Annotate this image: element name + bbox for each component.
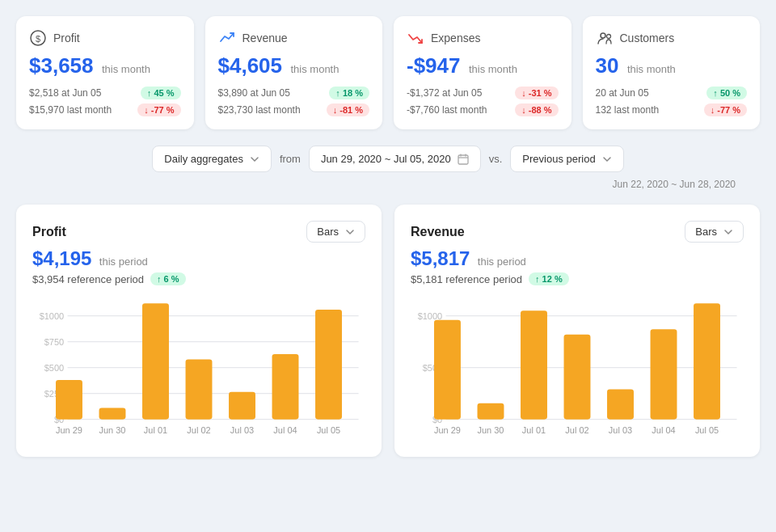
svg-text:Jun 29: Jun 29	[56, 425, 82, 435]
chart-main-label: this period	[99, 255, 148, 268]
svg-rect-16	[99, 408, 126, 420]
chart-type-label: Bars	[317, 226, 339, 238]
card-revenue: Revenue $4,605 this month $3,890 at Jun …	[205, 16, 383, 129]
bar-chart-revenue-chart: $1000$500$0 Jun 29Jun 30Jul 01Jul 02Jul …	[411, 295, 744, 441]
chevron-down-icon	[250, 154, 259, 164]
chart-ref-row: $5,181 reference period ↑ 12 %	[411, 272, 744, 285]
period-label: Previous period	[522, 153, 595, 165]
card-header-profit: $ Profit	[29, 29, 181, 47]
card-header-expenses: Expenses	[407, 29, 559, 47]
chart-ref-value: $5,181 reference period	[411, 273, 522, 285]
svg-rect-15	[56, 380, 82, 420]
svg-text:Jul 03: Jul 03	[230, 425, 254, 435]
svg-text:$750: $750	[44, 337, 64, 347]
card-customers: Customers 30 this month 20 at Jun 05 ↑ 5…	[583, 16, 761, 129]
chart-header-profit-chart: Profit Bars	[32, 221, 365, 243]
svg-text:Jul 03: Jul 03	[609, 425, 632, 435]
card-profit: $ Profit $3,658 this month $2,518 at Jun…	[16, 16, 194, 129]
card-row: $3,890 at Jun 05 ↑ 18 %	[218, 87, 370, 99]
badge: ↑ 18 %	[329, 87, 369, 99]
expenses-icon	[407, 29, 424, 47]
chart-main-value-revenue-chart: $5,817	[411, 247, 470, 269]
period-select[interactable]: Previous period	[510, 146, 623, 172]
charts-section: Profit Bars $4,195 this period $3,954 re…	[16, 205, 760, 457]
card-main-label-customers: this month	[627, 63, 676, 75]
svg-rect-35	[434, 320, 461, 420]
svg-text:Jun 30: Jun 30	[478, 425, 504, 435]
card-main-label-profit: this month	[102, 63, 150, 75]
svg-rect-36	[478, 403, 504, 420]
svg-rect-19	[229, 392, 255, 420]
chart-card-profit-chart: Profit Bars $4,195 this period $3,954 re…	[16, 205, 382, 457]
svg-rect-40	[651, 329, 677, 419]
chart-type-select-revenue-chart[interactable]: Bars	[685, 221, 744, 243]
calendar-icon	[458, 154, 469, 165]
card-row: $15,970 last month ↓ -77 %	[29, 103, 181, 116]
chart-main-value-profit-chart: $4,195	[32, 247, 91, 269]
card-value-profit: $3,658	[29, 53, 94, 78]
card-main-profit: $3,658 this month	[29, 53, 181, 78]
svg-text:Jul 01: Jul 01	[522, 425, 546, 435]
aggregate-label: Daily aggregates	[164, 153, 243, 165]
card-rows-expenses: -$1,372 at Jun 05 ↓ -31 % -$7,760 last m…	[407, 87, 559, 116]
svg-rect-21	[315, 310, 342, 420]
aggregate-select[interactable]: Daily aggregates	[152, 146, 272, 172]
svg-point-2	[601, 33, 605, 38]
svg-text:Jul 04: Jul 04	[273, 425, 297, 435]
card-main-customers: 30 this month	[596, 53, 748, 78]
svg-rect-39	[607, 390, 634, 420]
date-range-value: Jun 29, 2020 ~ Jul 05, 2020	[321, 153, 451, 165]
svg-text:$: $	[36, 34, 40, 44]
card-rows-profit: $2,518 at Jun 05 ↑ 45 % $15,970 last mon…	[29, 87, 181, 116]
svg-rect-41	[694, 303, 720, 419]
chart-type-select-profit-chart[interactable]: Bars	[306, 221, 365, 243]
chart-title-revenue-chart: Revenue	[411, 225, 465, 239]
chart-title-profit-chart: Profit	[32, 225, 66, 239]
card-value-expenses: -$947	[407, 53, 461, 78]
svg-rect-17	[142, 303, 169, 419]
svg-rect-38	[564, 335, 591, 420]
svg-text:Jun 30: Jun 30	[99, 425, 126, 435]
card-row: 20 at Jun 05 ↑ 50 %	[596, 87, 748, 99]
revenue-icon	[218, 29, 236, 47]
card-row: $2,518 at Jun 05 ↑ 45 %	[29, 87, 181, 99]
card-main-label-expenses: this month	[469, 63, 517, 75]
date-range-picker[interactable]: Jun 29, 2020 ~ Jul 05, 2020	[309, 146, 481, 172]
svg-text:Jul 04: Jul 04	[652, 425, 675, 435]
badge: ↓ -81 %	[327, 103, 369, 116]
card-expenses: Expenses -$947 this month -$1,372 at Jun…	[394, 16, 571, 129]
sub-period: Jun 22, 2020 ~ Jun 28, 2020	[16, 179, 760, 190]
from-label: from	[280, 153, 301, 165]
card-row: $23,730 last month ↓ -81 %	[218, 103, 370, 116]
filter-bar: Daily aggregates from Jun 29, 2020 ~ Jul…	[16, 146, 760, 172]
svg-rect-4	[458, 155, 468, 164]
svg-rect-37	[521, 310, 547, 419]
profit-icon: $	[29, 29, 47, 47]
card-row: -$1,372 at Jun 05 ↓ -31 %	[407, 87, 559, 99]
svg-rect-20	[272, 354, 299, 420]
card-row: -$7,760 last month ↓ -88 %	[407, 103, 559, 116]
card-value-revenue: $4,605	[218, 53, 283, 78]
card-main-expenses: -$947 this month	[407, 53, 559, 78]
bar-chart-svg: $1000$500$0 Jun 29Jun 30Jul 01Jul 02Jul …	[411, 295, 744, 441]
chevron-down-icon-2	[602, 154, 612, 164]
card-value-customers: 30	[596, 53, 619, 78]
card-title-expenses: Expenses	[431, 32, 480, 44]
chart-badge: ↑ 12 %	[529, 272, 569, 285]
card-rows-customers: 20 at Jun 05 ↑ 50 % 132 last month ↓ -77…	[596, 87, 748, 116]
card-rows-revenue: $3,890 at Jun 05 ↑ 18 % $23,730 last mon…	[218, 87, 370, 116]
chart-main-label: this period	[478, 255, 526, 268]
customers-icon	[596, 29, 614, 47]
svg-text:$1000: $1000	[40, 311, 65, 321]
chevron-down-icon	[345, 227, 355, 237]
chart-ref-row: $3,954 reference period ↑ 6 %	[32, 272, 365, 285]
svg-text:Jul 01: Jul 01	[144, 425, 167, 435]
chart-type-label: Bars	[695, 226, 717, 238]
card-main-label-revenue: this month	[290, 63, 339, 75]
svg-point-3	[606, 35, 610, 39]
card-header-customers: Customers	[596, 29, 748, 47]
svg-text:Jul 02: Jul 02	[565, 425, 588, 435]
top-cards-section: $ Profit $3,658 this month $2,518 at Jun…	[16, 16, 760, 129]
card-title-customers: Customers	[620, 32, 675, 44]
vs-label: vs.	[489, 153, 503, 165]
